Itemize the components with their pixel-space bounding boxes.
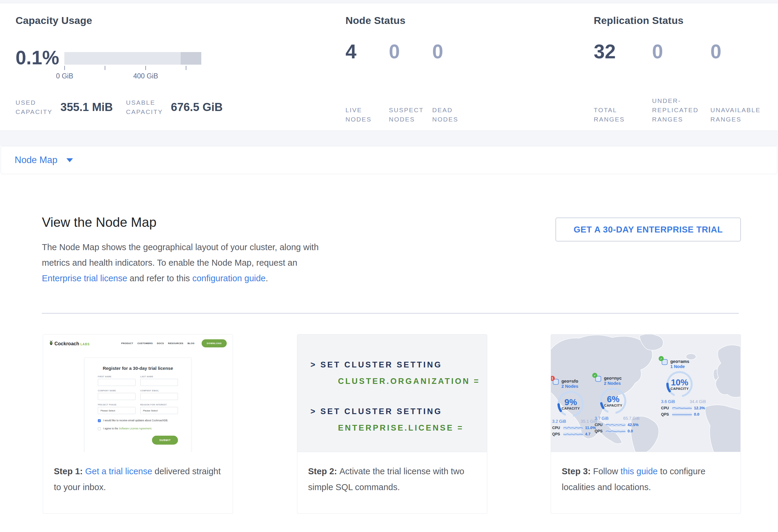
usable-capacity-label: USABLE CAPACITY	[126, 98, 171, 117]
used-capacity-value: 355.1 MiB	[60, 101, 113, 114]
capacity-total: 34.4 GiB	[690, 399, 706, 404]
get-trial-license-link[interactable]: Get a trial license	[85, 466, 152, 476]
cpu-label: CPU	[661, 406, 670, 410]
capacity-percent: 10%	[671, 378, 688, 387]
locality-ams: ✓ geo=ams 1 Node	[661, 359, 709, 416]
world-map: 1 geo=sfo 2 Nodes	[551, 334, 741, 452]
mini-site-header: Cockroach LABS PRODUCT CUSTOMERS DOCS RE…	[49, 339, 227, 348]
capacity-stats-row: USED CAPACITY 355.1 MiB USABLE CAPACITY …	[15, 98, 236, 117]
cpu-value: 42.5%	[628, 423, 639, 427]
capacity-word: CAPACITY	[561, 407, 580, 410]
step2-prefix: Step 2:	[308, 466, 339, 476]
step2-caption: Step 2: Activate the trial license with …	[297, 452, 487, 495]
sql-line-1: > SET CLUSTER SETTING	[310, 360, 487, 370]
step1-caption: Step 1: Get a trial license delivered st…	[43, 452, 233, 495]
capacity-tick-label-400: 400 GiB	[133, 72, 158, 80]
mini-download-button: DOWNLOAD	[202, 339, 227, 348]
promo-text-2: and refer to this	[127, 274, 192, 283]
sql-line-2: CLUSTER.ORGANIZATION =	[338, 377, 487, 386]
qps-sparkline	[606, 429, 625, 433]
capacity-tick	[64, 66, 65, 70]
under-replicated-label: UNDER-REPLICATED RANGES	[652, 96, 707, 124]
step1-thumbnail: Cockroach LABS PRODUCT CUSTOMERS DOCS RE…	[43, 334, 233, 452]
mini-registration-form: Register for a 30-day trial license FIRS…	[84, 358, 191, 452]
cpu-sparkline	[672, 406, 692, 410]
enterprise-trial-license-link[interactable]: Enterprise trial license	[42, 274, 127, 283]
suspect-nodes-label: SUSPECT NODES	[389, 105, 429, 124]
total-ranges-count: 32	[594, 42, 616, 61]
capacity-bar	[64, 52, 201, 65]
capacity-percent: 9%	[564, 398, 577, 407]
locality-node-count: 2 Nodes	[561, 384, 578, 389]
qps-value: 0.0	[628, 429, 633, 433]
chevron-down-icon	[66, 158, 73, 162]
promo-text-1: The Node Map shows the geographical layo…	[42, 242, 319, 268]
mini-company-name-input	[98, 393, 136, 400]
mini-checkbox-checked-icon: ✓	[98, 419, 101, 422]
unavailable-count: 0	[710, 42, 721, 61]
step1-prefix: Step 1:	[54, 466, 85, 476]
this-guide-link[interactable]: this guide	[621, 466, 658, 476]
mini-site-nav: PRODUCT CUSTOMERS DOCS RESOURCES BLOG DO…	[121, 339, 227, 348]
mini-company-name-label: COMPANY NAME	[98, 390, 136, 392]
mini-submit-row: SUBMIT	[98, 436, 178, 445]
capacity-bar-other-segment	[181, 52, 201, 65]
cluster-summary-panel: Capacity Usage 0.1% 0 GiB 400 GiB USED C…	[0, 3, 778, 131]
cpu-value: 12.3%	[694, 406, 705, 410]
step3-caption: Step 3: Follow this guide to configure l…	[551, 452, 741, 495]
mini-reason-select: Please Select	[140, 407, 178, 414]
get-enterprise-trial-button[interactable]: GET A 30-DAY ENTERPRISE TRIAL	[555, 218, 741, 241]
step3-card: 1 geo=sfo 2 Nodes	[551, 334, 741, 514]
capacity-tick	[105, 66, 105, 70]
mini-license-agreement-link: Software License Agreement.	[119, 427, 152, 430]
suspect-nodes-count: 0	[389, 42, 400, 61]
mini-nav-resources: RESOURCES	[168, 342, 183, 345]
mini-nav-customers: CUSTOMERS	[137, 342, 153, 345]
qps-value: 4.7	[585, 432, 591, 436]
mini-reason-label: REASON FOR INTEREST	[140, 404, 178, 406]
live-nodes-count: 4	[345, 42, 357, 61]
mini-first-name-label: FIRST NAME	[98, 376, 136, 378]
dead-nodes-count: 0	[432, 42, 443, 61]
under-replicated-count: 0	[652, 42, 663, 61]
cluster-overview-page: Capacity Usage 0.1% 0 GiB 400 GiB USED C…	[0, 0, 778, 532]
cpu-sparkline	[563, 426, 583, 430]
capacity-gauge: 9% CAPACITY	[557, 390, 585, 418]
capacity-usage-title: Capacity Usage	[15, 15, 92, 26]
section-gap	[0, 131, 778, 146]
page-title: View the Node Map	[42, 215, 156, 230]
mini-first-name-input	[98, 379, 136, 386]
qps-sparkline	[563, 432, 583, 436]
qps-label: QPS	[661, 412, 670, 416]
locality-nyc: ✓ geo=nyc 2 Nodes	[595, 376, 642, 433]
step3-mid: Follow	[593, 466, 621, 476]
mini-website-screenshot: Cockroach LABS PRODUCT CUSTOMERS DOCS RE…	[43, 334, 233, 452]
mini-form-title: Register for a 30-day trial license	[98, 366, 178, 371]
cpu-label: CPU	[595, 423, 604, 427]
qps-label: QPS	[552, 432, 561, 436]
mini-project-phase-label: PROJECT PHASE	[98, 404, 136, 406]
mini-license-agree-text: I agree to the Software License Agreemen…	[103, 427, 152, 430]
divider	[42, 313, 739, 314]
cpu-sparkline	[606, 423, 625, 427]
step2-thumbnail: > SET CLUSTER SETTING CLUSTER.ORGANIZATI…	[297, 334, 487, 452]
unavailable-label: UNAVAILABLE RANGES	[710, 105, 769, 124]
sql-line-4: ENTERPRISE.LICENSE =	[338, 424, 487, 433]
locality-node-count: 2 Nodes	[604, 381, 622, 386]
mini-company-email-label: COMPANY EMAIL	[140, 390, 178, 392]
mini-submit-button: SUBMIT	[152, 436, 178, 445]
capacity-gauge: 10% CAPACITY	[666, 370, 693, 398]
mini-last-name-input	[140, 379, 178, 386]
nodemap-view-selector[interactable]: Node Map	[1, 146, 777, 174]
capacity-word: CAPACITY	[604, 404, 622, 407]
locality-sfo: 1 geo=sfo 2 Nodes	[552, 379, 600, 436]
step1-card: Cockroach LABS PRODUCT CUSTOMERS DOCS RE…	[43, 334, 233, 514]
configuration-guide-link[interactable]: configuration guide	[192, 274, 265, 283]
top-strip	[0, 0, 778, 3]
mini-project-phase-select: Please Select	[98, 407, 136, 414]
locality-node-count: 1 Node	[670, 364, 689, 369]
capacity-gauge: 6% CAPACITY	[600, 387, 627, 415]
sql-line-3: > SET CLUSTER SETTING	[310, 407, 487, 416]
mini-checkbox-empty-icon	[98, 427, 101, 430]
cpu-label: CPU	[552, 426, 561, 430]
